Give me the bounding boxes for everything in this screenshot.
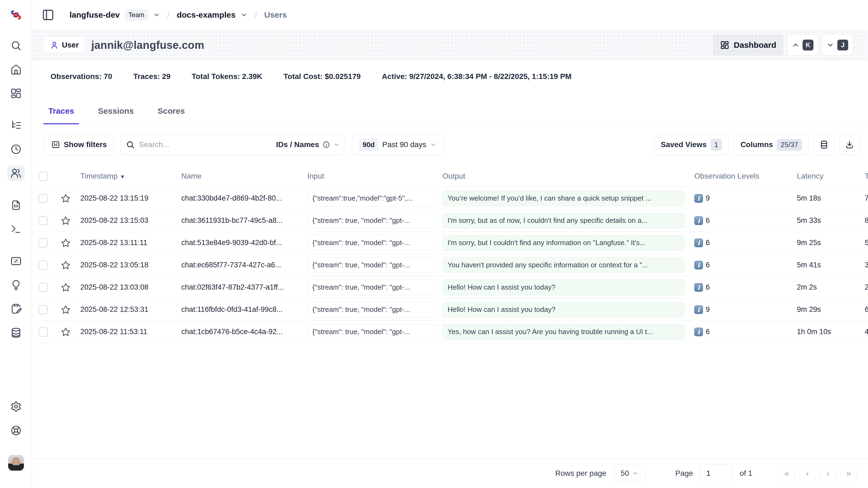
sidebar-item-support[interactable] bbox=[7, 423, 25, 438]
row-checkbox[interactable] bbox=[38, 261, 48, 270]
cell-name[interactable]: chat:1cb67476-b5ce-4c4a-92... bbox=[177, 328, 302, 336]
date-range-button[interactable]: 90d Past 90 days bbox=[352, 134, 444, 155]
table-row[interactable]: 2025-08-22 12:53:31 chat:116fbfdc-0fd3-4… bbox=[32, 299, 868, 321]
previous-user-button[interactable]: K bbox=[787, 34, 818, 56]
first-page-button[interactable]: « bbox=[778, 465, 795, 481]
cell-timestamp[interactable]: 2025-08-22 12:53:31 bbox=[75, 305, 177, 314]
cell-output[interactable]: I'm sorry, but I couldn't find any infor… bbox=[442, 235, 684, 251]
cell-input[interactable]: {"stream": true, "model": "gpt-... bbox=[307, 257, 437, 273]
next-user-button[interactable]: J bbox=[822, 34, 853, 56]
star-icon[interactable] bbox=[61, 305, 70, 314]
column-header-timestamp[interactable]: Timestamp▼ bbox=[75, 172, 177, 181]
row-checkbox[interactable] bbox=[38, 305, 48, 314]
cell-output[interactable]: Hello! How can I assist you today? bbox=[442, 302, 684, 317]
cell-input[interactable]: {"stream": true, "model": "gpt-... bbox=[307, 213, 437, 228]
show-filters-button[interactable]: Show filters bbox=[44, 134, 114, 155]
chevron-down-icon[interactable] bbox=[153, 11, 160, 19]
table-row[interactable]: 2025-08-22 11:53:11 chat:1cb67476-b5ce-4… bbox=[32, 321, 868, 343]
table-row[interactable]: 2025-08-22 13:05:18 chat:ec685f77-7374-4… bbox=[32, 254, 868, 276]
cell-name[interactable]: chat:02f63f47-87b2-4377-a1ff... bbox=[177, 283, 302, 292]
sidebar-item-users[interactable] bbox=[7, 165, 25, 181]
chevron-down-icon[interactable] bbox=[241, 11, 248, 19]
breadcrumb-page[interactable]: Users bbox=[264, 10, 287, 20]
table-row[interactable]: 2025-08-22 13:03:08 chat:02f63f47-87b2-4… bbox=[32, 276, 868, 299]
cell-timestamp[interactable]: 2025-08-22 13:11:11 bbox=[75, 239, 177, 247]
search-input[interactable] bbox=[139, 140, 272, 149]
star-icon[interactable] bbox=[61, 216, 70, 225]
user-avatar[interactable] bbox=[8, 455, 24, 470]
table-row[interactable]: 2025-08-22 13:11:11 chat:513e84e9-9039-4… bbox=[32, 232, 868, 254]
sidebar-item-home[interactable] bbox=[7, 62, 25, 77]
row-checkbox[interactable] bbox=[38, 238, 48, 247]
cell-timestamp[interactable]: 2025-08-22 13:15:19 bbox=[75, 194, 177, 203]
cell-input[interactable]: {"stream": true, "model": "gpt-... bbox=[307, 279, 437, 295]
sidebar-item-annotation[interactable] bbox=[7, 301, 25, 316]
row-checkbox[interactable] bbox=[38, 216, 48, 225]
cell-timestamp[interactable]: 2025-08-22 13:03:08 bbox=[75, 283, 177, 292]
cell-name[interactable]: chat:330bd4e7-d869-4b2f-80... bbox=[177, 194, 302, 203]
table-row[interactable]: 2025-08-22 13:15:19 chat:330bd4e7-d869-4… bbox=[32, 187, 868, 210]
sidebar-item-datasets[interactable] bbox=[7, 325, 25, 340]
column-header-name[interactable]: Name bbox=[177, 172, 302, 181]
row-checkbox[interactable] bbox=[38, 327, 48, 337]
star-icon[interactable] bbox=[61, 193, 70, 203]
langfuse-logo[interactable] bbox=[9, 0, 23, 30]
cell-name[interactable]: chat:513e84e9-9039-42d0-bf... bbox=[177, 239, 302, 247]
row-height-button[interactable] bbox=[814, 134, 834, 155]
star-icon[interactable] bbox=[61, 282, 70, 292]
cell-name[interactable]: chat:3611931b-bc77-49c5-a8... bbox=[177, 216, 302, 225]
table-row[interactable]: 2025-08-22 13:15:03 chat:3611931b-bc77-4… bbox=[32, 210, 868, 232]
sidebar-item-search[interactable] bbox=[7, 38, 25, 53]
cell-input[interactable]: {"stream":true,"model":"gpt-5",... bbox=[307, 190, 437, 206]
breadcrumb-org[interactable]: langfuse-dev bbox=[69, 10, 120, 20]
cell-output[interactable]: I'm sorry, but as of now, I couldn't fin… bbox=[442, 213, 684, 228]
column-header-observation-levels[interactable]: Observation Levels bbox=[689, 172, 792, 181]
page-number-input[interactable] bbox=[700, 464, 732, 482]
cell-timestamp[interactable]: 2025-08-22 13:05:18 bbox=[75, 261, 177, 269]
sidebar-item-playground[interactable] bbox=[7, 221, 25, 237]
dashboard-button[interactable]: Dashboard bbox=[713, 34, 783, 56]
columns-button[interactable]: Columns 25/37 bbox=[734, 134, 809, 155]
cell-output[interactable]: Hello! How can I assist you today? bbox=[442, 279, 684, 295]
star-icon[interactable] bbox=[61, 238, 70, 248]
tab-sessions[interactable]: Sessions bbox=[93, 93, 139, 124]
next-page-button[interactable]: › bbox=[820, 465, 837, 481]
sidebar-item-prompts[interactable] bbox=[7, 197, 25, 213]
star-icon[interactable] bbox=[61, 327, 70, 337]
column-header-latency[interactable]: Latency bbox=[792, 172, 860, 181]
cell-input[interactable]: {"stream": true, "model": "gpt-... bbox=[307, 324, 437, 340]
cell-output[interactable]: You’re welcome! If you’d like, I can sha… bbox=[442, 190, 684, 206]
cell-input[interactable]: {"stream": true, "model": "gpt-... bbox=[307, 235, 437, 251]
export-button[interactable] bbox=[839, 134, 860, 155]
cell-timestamp[interactable]: 2025-08-22 13:15:03 bbox=[75, 216, 177, 225]
breadcrumb-project[interactable]: docs-examples bbox=[177, 10, 236, 20]
search-box[interactable]: IDs / Names bbox=[120, 134, 345, 155]
sidebar-item-llm-judge[interactable] bbox=[7, 277, 25, 293]
column-header-clipped[interactable]: T bbox=[860, 172, 868, 181]
sidebar-toggle-button[interactable] bbox=[42, 9, 54, 21]
row-checkbox[interactable] bbox=[38, 194, 48, 203]
sidebar-item-evals[interactable] bbox=[7, 253, 25, 269]
last-page-button[interactable]: » bbox=[840, 465, 857, 481]
row-checkbox[interactable] bbox=[38, 283, 48, 292]
tab-scores[interactable]: Scores bbox=[153, 93, 190, 124]
sidebar-item-settings[interactable] bbox=[7, 399, 25, 414]
star-icon[interactable] bbox=[61, 260, 70, 270]
cell-name[interactable]: chat:116fbfdc-0fd3-41af-99c8... bbox=[177, 305, 302, 314]
sidebar-item-dashboards[interactable] bbox=[7, 86, 25, 101]
saved-views-button[interactable]: Saved Views 1 bbox=[654, 134, 729, 155]
search-scope-dropdown[interactable]: IDs / Names bbox=[276, 140, 340, 149]
cell-input[interactable]: {"stream": true, "model": "gpt-... bbox=[307, 302, 437, 317]
sidebar-item-tracing[interactable] bbox=[7, 118, 25, 133]
select-all-checkbox[interactable] bbox=[38, 172, 48, 181]
column-header-output[interactable]: Output bbox=[437, 172, 689, 181]
rows-per-page-select[interactable]: 50 bbox=[614, 465, 645, 482]
previous-page-button[interactable]: ‹ bbox=[799, 465, 816, 481]
cell-timestamp[interactable]: 2025-08-22 11:53:11 bbox=[75, 328, 177, 336]
column-header-input[interactable]: Input bbox=[302, 172, 437, 181]
cell-output[interactable]: You haven't provided any specific inform… bbox=[442, 257, 684, 273]
tab-traces[interactable]: Traces bbox=[43, 93, 79, 124]
sidebar-item-sessions[interactable] bbox=[7, 142, 25, 157]
cell-name[interactable]: chat:ec685f77-7374-427c-a6... bbox=[177, 261, 302, 269]
cell-output[interactable]: Yes, how can I assist you? Are you havin… bbox=[442, 324, 684, 340]
